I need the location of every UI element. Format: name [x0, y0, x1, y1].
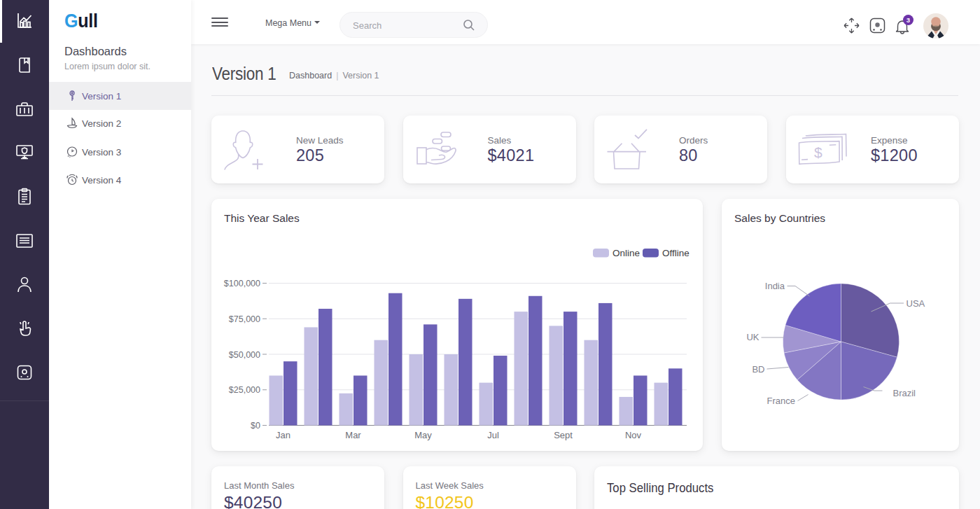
svg-text:Brazil: Brazil — [893, 388, 916, 398]
svg-text:France: France — [767, 396, 795, 406]
svg-text:Offline: Offline — [662, 248, 690, 258]
svg-text:$0: $0 — [251, 421, 260, 431]
svg-text:BD: BD — [752, 364, 764, 375]
svg-text:UK: UK — [746, 332, 759, 342]
svg-text:USA: USA — [906, 298, 925, 309]
svg-text:$100,000: $100,000 — [224, 279, 260, 288]
svg-text:Sept: Sept — [554, 430, 573, 440]
svg-text:$: $ — [814, 144, 822, 160]
svg-text:India: India — [765, 281, 785, 291]
svg-text:$25,000: $25,000 — [229, 385, 260, 395]
svg-text:Nov: Nov — [625, 430, 642, 440]
svg-text:Jul: Jul — [487, 430, 499, 440]
svg-text:May: May — [414, 430, 432, 440]
svg-text:Mar: Mar — [345, 430, 361, 440]
svg-text:Jan: Jan — [276, 430, 290, 440]
svg-text:Online: Online — [612, 248, 640, 258]
svg-text:$75,000: $75,000 — [229, 314, 260, 324]
svg-text:$50,000: $50,000 — [229, 350, 260, 360]
